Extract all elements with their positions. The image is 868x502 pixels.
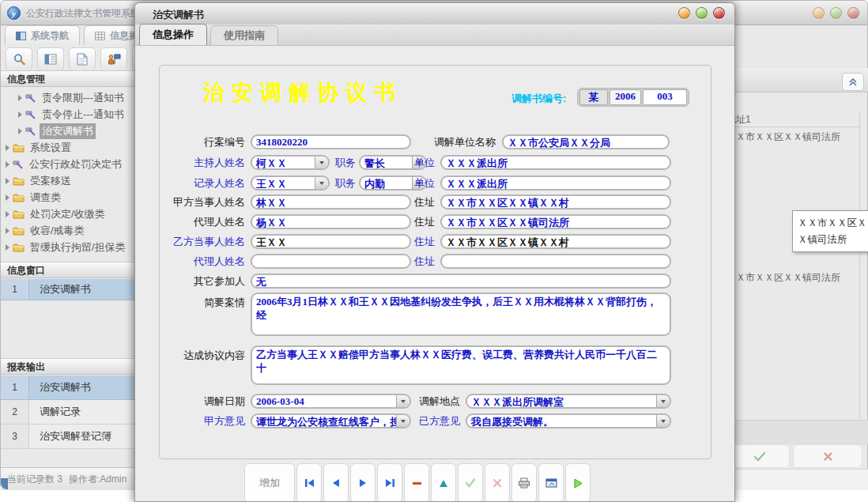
info-window-row[interactable]: 1 治安调解书 bbox=[1, 279, 135, 300]
agent-b-addr-input[interactable] bbox=[440, 254, 671, 269]
party-b-addr-input[interactable]: ＸＸ市ＸＸ区ＸＸ镇ＸＸ村 bbox=[440, 234, 671, 249]
tree-item-mediation-doc[interactable]: 治安调解书 bbox=[1, 123, 153, 139]
expand-arrow-icon[interactable] bbox=[6, 194, 9, 201]
document-button[interactable] bbox=[69, 47, 96, 71]
address-tooltip: ＸＸ市ＸＸ区ＸＸ镇司法所 bbox=[792, 210, 868, 252]
agent-b-input[interactable] bbox=[251, 254, 411, 269]
party-a-addr-label: 住址 bbox=[397, 194, 435, 209]
expand-arrow-icon[interactable] bbox=[6, 228, 9, 234]
opinion-b-select[interactable]: 我自愿接受调解。 bbox=[466, 413, 671, 428]
opinion-a-select[interactable]: 谭世龙为公安核查红线客户，担 bbox=[251, 413, 411, 428]
agent-a-row: 代理人姓名 杨ＸＸ 住址 ＸＸ市ＸＸ区ＸＸ镇司法所 bbox=[160, 214, 711, 229]
list-view-button[interactable] bbox=[37, 47, 64, 71]
tree-item-system-settings[interactable]: 系统设置 bbox=[1, 139, 140, 156]
chevron-double-up-icon bbox=[847, 77, 859, 87]
run-button[interactable] bbox=[565, 463, 591, 502]
maximize-button[interactable] bbox=[696, 7, 708, 19]
chevron-down-icon[interactable] bbox=[396, 415, 409, 427]
print-button[interactable] bbox=[511, 463, 537, 502]
expand-arrow-icon[interactable] bbox=[18, 95, 22, 101]
brief-textarea[interactable]: 2006年3月1日林ＸＸ和王ＸＸ因地基纠纷发生争执，后王ＸＸ用木棍将林ＸＸ背部打… bbox=[251, 293, 671, 336]
tree-item-zeling-tingzhi[interactable]: 责令停止---通知书 bbox=[1, 106, 153, 123]
run-icon bbox=[573, 478, 583, 489]
agreement-textarea[interactable]: 乙方当事人王ＸＸ赔偿甲方当事人林ＸＸ医疗费、误工费、营养费共计人民币一千八百二十 bbox=[251, 345, 671, 385]
doc-no-prefix-input[interactable]: 某 bbox=[579, 89, 608, 105]
close-button[interactable] bbox=[713, 7, 725, 19]
tab-system-nav[interactable]: 系统导航 bbox=[5, 25, 80, 45]
chevron-down-icon[interactable] bbox=[396, 395, 409, 407]
next-record-button[interactable] bbox=[350, 463, 376, 502]
export-button[interactable] bbox=[538, 463, 564, 502]
doc-no-year-input[interactable]: 2006 bbox=[609, 89, 641, 105]
form-title: 治安调解协议书 bbox=[203, 78, 402, 107]
recorder-unit-input[interactable]: ＸＸＸ派出所 bbox=[440, 176, 671, 191]
unit-name-input[interactable]: ＸＸ市公安局ＸＸ分局 bbox=[502, 134, 670, 149]
expand-arrow-icon[interactable] bbox=[18, 111, 22, 118]
tree-item-punishment-decision[interactable]: 公安行政处罚决定书 bbox=[1, 156, 140, 172]
first-record-button[interactable] bbox=[296, 463, 322, 502]
case-no-input[interactable]: 3418020220 bbox=[251, 134, 411, 149]
doc-no-seq-input[interactable]: 003 bbox=[643, 89, 687, 105]
party-b-input[interactable]: 王ＸＸ bbox=[251, 234, 411, 249]
prev-record-button[interactable] bbox=[323, 463, 349, 502]
brief-row: 简要案情 2006年3月1日林ＸＸ和王ＸＸ因地基纠纷发生争执，后王ＸＸ用木棍将林… bbox=[160, 293, 711, 336]
tab-info-operation[interactable]: 信息操作 bbox=[139, 24, 207, 45]
edit-record-button[interactable] bbox=[431, 463, 456, 502]
report-row[interactable]: 1 治安调解书 bbox=[1, 376, 135, 400]
party-a-input[interactable]: 林ＸＸ bbox=[251, 194, 411, 209]
date-select[interactable]: 2006-03-04 bbox=[251, 394, 411, 409]
user-button[interactable] bbox=[100, 47, 127, 71]
tree-item-investigation[interactable]: 调查类 bbox=[1, 189, 140, 206]
report-row[interactable]: 3 治安调解登记簿 bbox=[1, 425, 135, 449]
expand-arrow-icon[interactable] bbox=[6, 145, 9, 151]
agent-a-input[interactable]: 杨ＸＸ bbox=[251, 214, 411, 229]
search-button[interactable] bbox=[6, 47, 32, 71]
expand-arrow-icon[interactable] bbox=[6, 244, 9, 251]
expand-arrow-icon[interactable] bbox=[6, 178, 9, 184]
mediation-form-panel: 治安调解协议书 调解书编号: 某 2006 003 行案编号 341802022… bbox=[159, 65, 711, 459]
folder-icon bbox=[13, 176, 25, 186]
post-record-button[interactable] bbox=[458, 463, 483, 502]
chevron-down-icon[interactable] bbox=[656, 395, 670, 407]
report-row[interactable]: 2 调解记录 bbox=[1, 400, 135, 425]
confirm-button[interactable] bbox=[730, 444, 790, 468]
address-cell[interactable]: ＸＸ市ＸＸ区ＸＸ镇司法所 bbox=[726, 271, 840, 285]
opinion-a-label: 甲方意见 bbox=[160, 413, 245, 428]
tree-item-suspend-detention[interactable]: 暂缓执行拘留/担保类 bbox=[1, 239, 140, 255]
cancel-icon bbox=[492, 478, 502, 488]
party-b-addr-label: 住址 bbox=[397, 234, 435, 249]
maximize-button[interactable] bbox=[830, 7, 842, 19]
minimize-button[interactable] bbox=[678, 7, 690, 19]
opinion-b-label: 已方意见 bbox=[417, 413, 460, 428]
address-cell[interactable]: ＸＸ市ＸＸ区ＸＸ镇司法所 bbox=[726, 130, 840, 144]
collapse-panel-button[interactable] bbox=[842, 73, 864, 91]
party-a-addr-input[interactable]: ＸＸ市ＸＸ区ＸＸ镇ＸＸ村 bbox=[440, 194, 671, 209]
host-row: 主持人姓名 柯ＸＸ 职务 警长 单位 ＸＸＸ派出所 bbox=[160, 155, 711, 170]
add-record-button[interactable]: 增加 bbox=[244, 463, 295, 502]
reject-button[interactable] bbox=[793, 444, 862, 468]
tree-item-detention-drug[interactable]: 收容/戒毒类 bbox=[1, 222, 140, 239]
tree-item-penalty-confiscation[interactable]: 处罚决定/收缴类 bbox=[1, 206, 140, 222]
host-unit-input[interactable]: ＸＸＸ派出所 bbox=[440, 155, 671, 170]
delete-record-button[interactable] bbox=[404, 463, 429, 502]
print-icon bbox=[518, 477, 530, 489]
minimize-button[interactable] bbox=[813, 7, 825, 19]
place-select[interactable]: ＸＸＸ派出所调解室 bbox=[466, 394, 671, 409]
close-button[interactable] bbox=[847, 7, 859, 19]
agent-a-addr-input[interactable]: ＸＸ市ＸＸ区ＸＸ镇司法所 bbox=[440, 214, 671, 229]
tree-item-zeling-xianqi[interactable]: 责令限期---通知书 bbox=[1, 89, 153, 106]
opinion-row: 甲方意见 谭世龙为公安核查红线客户，担 已方意见 我自愿接受调解。 bbox=[160, 413, 711, 428]
expand-arrow-icon[interactable] bbox=[6, 211, 9, 217]
cancel-record-button[interactable] bbox=[485, 463, 510, 502]
expand-arrow-icon[interactable] bbox=[6, 161, 9, 168]
tab-user-guide[interactable]: 使用指南 bbox=[210, 25, 278, 45]
dialog-window-controls bbox=[678, 7, 725, 19]
tree-item-case-transfer[interactable]: 受案移送 bbox=[1, 172, 140, 189]
last-record-button[interactable] bbox=[377, 463, 402, 502]
chevron-down-icon[interactable] bbox=[656, 415, 670, 427]
folder-icon bbox=[13, 243, 25, 252]
expand-arrow-icon[interactable] bbox=[18, 128, 22, 134]
date-row: 调解日期 2006-03-04 调解地点 ＸＸＸ派出所调解室 bbox=[160, 394, 711, 409]
dialog-titlebar[interactable]: 治安调解书 bbox=[135, 3, 734, 25]
others-input[interactable]: 无 bbox=[251, 274, 671, 289]
